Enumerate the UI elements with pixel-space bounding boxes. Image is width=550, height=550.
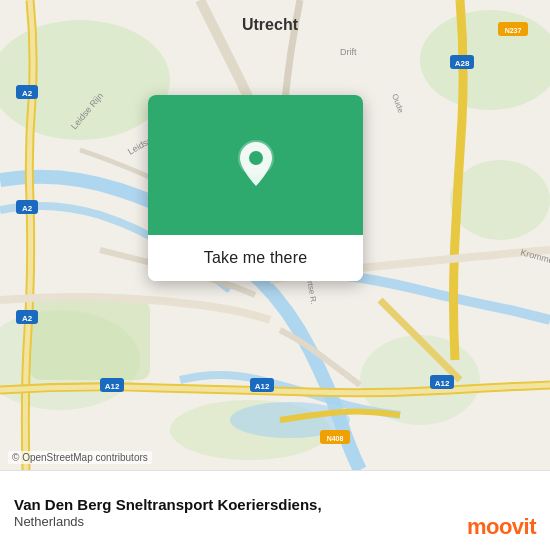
moovit-logo: moovit (467, 514, 536, 540)
svg-text:A12: A12 (435, 379, 450, 388)
svg-text:Utrecht: Utrecht (242, 16, 299, 33)
svg-text:A2: A2 (22, 314, 33, 323)
popup-green-area (148, 95, 363, 235)
svg-rect-6 (30, 300, 150, 380)
moovit-brand-text: moovit (467, 514, 536, 540)
location-pin-icon (229, 138, 283, 192)
location-name: Van Den Berg Sneltransport Koeriersdiens… (14, 496, 536, 513)
svg-text:N237: N237 (505, 27, 522, 34)
svg-point-3 (450, 160, 550, 240)
svg-text:A12: A12 (105, 382, 120, 391)
location-country: Netherlands (14, 514, 536, 529)
map-container[interactable]: A2 A2 A2 A12 A12 A12 A28 N237 N408 Utrec… (0, 0, 550, 470)
svg-point-35 (249, 151, 263, 165)
svg-text:A2: A2 (22, 204, 33, 213)
svg-text:A12: A12 (255, 382, 270, 391)
take-me-there-button[interactable]: Take me there (148, 235, 363, 281)
svg-text:A2: A2 (22, 89, 33, 98)
svg-text:Drift: Drift (340, 47, 357, 57)
map-attribution: © OpenStreetMap contributors (8, 451, 152, 464)
svg-text:N408: N408 (327, 435, 344, 442)
svg-text:A28: A28 (455, 59, 470, 68)
popup-card: Take me there (148, 95, 363, 281)
bottom-bar: Van Den Berg Sneltransport Koeriersdiens… (0, 470, 550, 550)
